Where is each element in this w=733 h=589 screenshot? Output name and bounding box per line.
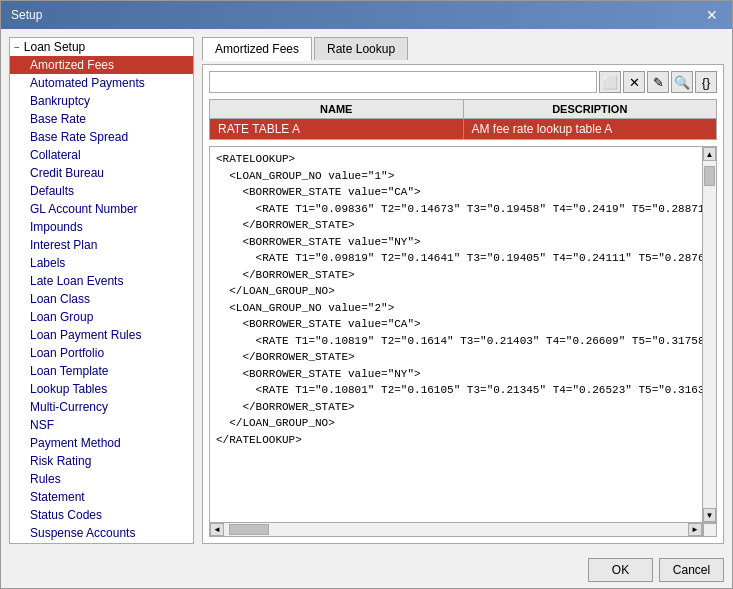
cancel-button[interactable]: Cancel (659, 558, 724, 582)
cell-name: RATE TABLE A (210, 119, 464, 139)
toolbar-btn-delete[interactable]: ✕ (623, 71, 645, 93)
xml-content[interactable]: <RATELOOKUP> <LOAN_GROUP_NO value="1"> <… (209, 146, 703, 523)
rate-table: NAME DESCRIPTION RATE TABLE A AM fee rat… (209, 99, 717, 140)
sidebar-item-status-codes[interactable]: Status Codes (10, 506, 193, 524)
scroll-track-h (224, 523, 688, 536)
rate-table-header: NAME DESCRIPTION (210, 100, 716, 119)
scroll-thumb-h[interactable] (229, 524, 269, 535)
sidebar-item-base-rate[interactable]: Base Rate (10, 110, 193, 128)
sidebar-group-header: − Loan Setup (10, 38, 193, 56)
toolbar: ⬜ ✕ ✎ 🔍 {} (209, 71, 717, 93)
sidebar-item-lookup-tables[interactable]: Lookup Tables (10, 380, 193, 398)
scroll-down-btn[interactable]: ▼ (703, 508, 716, 522)
scroll-thumb-v[interactable] (704, 166, 715, 186)
xml-area: <RATELOOKUP> <LOAN_GROUP_NO value="1"> <… (209, 146, 717, 537)
toolbar-btn-search[interactable]: 🔍 (671, 71, 693, 93)
sidebar-item-loan-payment-rules[interactable]: Loan Payment Rules (10, 326, 193, 344)
dialog-footer: OK Cancel (1, 552, 732, 588)
sidebar-item-tiered-rate[interactable]: Tiered Rate (10, 542, 193, 544)
sidebar-item-impounds[interactable]: Impounds (10, 218, 193, 236)
sidebar-item-credit-bureau[interactable]: Credit Bureau (10, 164, 193, 182)
sidebar-item-rules[interactable]: Rules (10, 470, 193, 488)
toolbar-btn-xml[interactable]: {} (695, 71, 717, 93)
main-content: Amortized Fees Rate Lookup ⬜ ✕ ✎ 🔍 {} N (202, 37, 724, 544)
sidebar-item-late-loan-events[interactable]: Late Loan Events (10, 272, 193, 290)
scroll-right-btn[interactable]: ► (688, 523, 702, 536)
close-button[interactable]: ✕ (702, 7, 722, 23)
col-header-description: DESCRIPTION (464, 100, 717, 118)
sidebar-item-statement[interactable]: Statement (10, 488, 193, 506)
sidebar-item-gl-account-number[interactable]: GL Account Number (10, 200, 193, 218)
sidebar-item-loan-portfolio[interactable]: Loan Portfolio (10, 344, 193, 362)
toolbar-btn-edit[interactable]: ✎ (647, 71, 669, 93)
sidebar-item-suspense-accounts[interactable]: Suspense Accounts (10, 524, 193, 542)
scroll-up-btn[interactable]: ▲ (703, 147, 716, 161)
dialog-body: − Loan Setup Amortized FeesAutomated Pay… (1, 29, 732, 552)
tab-amortized-fees[interactable]: Amortized Fees (202, 37, 312, 61)
col-header-name: NAME (210, 100, 464, 118)
setup-dialog: Setup ✕ − Loan Setup Amortized FeesAutom… (0, 0, 733, 589)
sidebar-item-collateral[interactable]: Collateral (10, 146, 193, 164)
scroll-track-v (703, 161, 716, 508)
sidebar: − Loan Setup Amortized FeesAutomated Pay… (9, 37, 194, 544)
sidebar-item-loan-class[interactable]: Loan Class (10, 290, 193, 308)
sidebar-item-interest-plan[interactable]: Interest Plan (10, 236, 193, 254)
sidebar-item-base-rate-spread[interactable]: Base Rate Spread (10, 128, 193, 146)
horizontal-scrollbar[interactable]: ◄ ► (209, 523, 703, 537)
sidebar-item-loan-template[interactable]: Loan Template (10, 362, 193, 380)
sidebar-item-nsf[interactable]: NSF (10, 416, 193, 434)
tab-rate-lookup[interactable]: Rate Lookup (314, 37, 408, 60)
sidebar-item-risk-rating[interactable]: Risk Rating (10, 452, 193, 470)
sidebar-item-loan-group[interactable]: Loan Group (10, 308, 193, 326)
dialog-title: Setup (11, 8, 42, 22)
sidebar-item-multi-currency[interactable]: Multi-Currency (10, 398, 193, 416)
sidebar-item-payment-method[interactable]: Payment Method (10, 434, 193, 452)
search-input[interactable] (209, 71, 597, 93)
title-bar: Setup ✕ (1, 1, 732, 29)
sidebar-group-label: Loan Setup (24, 40, 85, 54)
vertical-scrollbar[interactable]: ▲ ▼ (703, 146, 717, 523)
expand-icon: − (14, 42, 20, 53)
sidebar-items-container: Amortized FeesAutomated PaymentsBankrupt… (10, 56, 193, 544)
sidebar-item-amortized-fees[interactable]: Amortized Fees (10, 56, 193, 74)
toolbar-btn-image[interactable]: ⬜ (599, 71, 621, 93)
tabs-bar: Amortized Fees Rate Lookup (202, 37, 724, 60)
sidebar-item-labels[interactable]: Labels (10, 254, 193, 272)
cell-description: AM fee rate lookup table A (464, 119, 717, 139)
ok-button[interactable]: OK (588, 558, 653, 582)
sidebar-item-automated-payments[interactable]: Automated Payments (10, 74, 193, 92)
sidebar-item-defaults[interactable]: Defaults (10, 182, 193, 200)
table-row[interactable]: RATE TABLE A AM fee rate lookup table A (210, 119, 716, 139)
scroll-corner (703, 523, 717, 537)
scroll-left-btn[interactable]: ◄ (210, 523, 224, 536)
sidebar-item-bankruptcy[interactable]: Bankruptcy (10, 92, 193, 110)
tab-content: ⬜ ✕ ✎ 🔍 {} NAME DESCRIPTION RATE TABLE A… (202, 64, 724, 544)
